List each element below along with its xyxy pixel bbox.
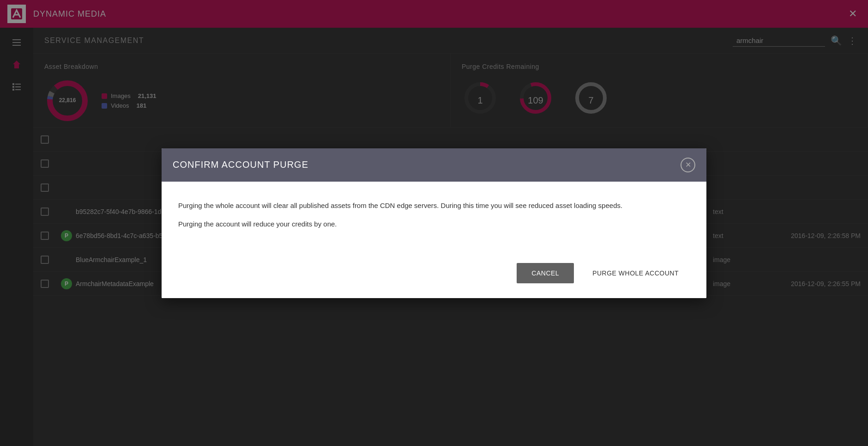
dialog-text-line1: Purging the whole account will clear all…: [178, 200, 690, 211]
dialog-header: CONFIRM ACCOUNT PURGE ✕: [162, 148, 706, 182]
confirm-dialog: CONFIRM ACCOUNT PURGE ✕ Purging the whol…: [162, 148, 706, 298]
dialog-body: Purging the whole account will clear all…: [162, 182, 706, 256]
dialog-footer: CANCEL PURGE WHOLE ACCOUNT: [162, 256, 706, 298]
cancel-button[interactable]: CANCEL: [517, 263, 574, 283]
dialog-title: CONFIRM ACCOUNT PURGE: [173, 159, 308, 170]
dialog-close-button[interactable]: ✕: [681, 158, 695, 172]
dialog-text-line2: Purging the account will reduce your cre…: [178, 219, 690, 230]
purge-whole-account-button[interactable]: PURGE WHOLE ACCOUNT: [581, 263, 690, 283]
